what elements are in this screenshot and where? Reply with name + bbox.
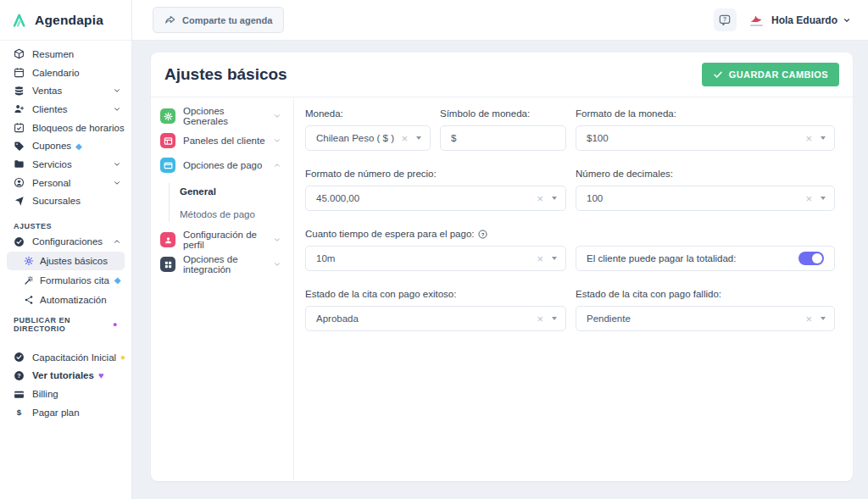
sidebar-item-calendario[interactable]: Calendario	[0, 64, 131, 82]
info-question-icon[interactable]: ?	[478, 230, 487, 239]
caret-down-icon[interactable]	[552, 197, 557, 200]
magic-wand-icon	[24, 275, 34, 286]
sidebar-item-label: Billing	[32, 389, 58, 399]
formato-moneda-select[interactable]: $100 ×	[576, 125, 835, 151]
field-label-pago-exitoso: Estado de la cita con pago exitoso:	[305, 289, 566, 299]
dollar-icon: $	[14, 407, 25, 418]
moneda-select[interactable]: Chilean Peso ( $ ) ×	[305, 125, 431, 151]
save-changes-button[interactable]: GUARDAR CAMBIOS	[702, 63, 839, 86]
subnav-child-general[interactable]: General	[170, 183, 293, 199]
credit-card-icon	[14, 389, 25, 400]
brand-logo[interactable]: Agendapia	[0, 0, 131, 41]
caret-down-icon[interactable]	[552, 317, 557, 320]
field-label-formato-precio: Formato de número de precio:	[305, 169, 566, 179]
clear-icon[interactable]: ×	[805, 193, 812, 204]
folder-icon	[14, 158, 25, 169]
sidebar-item-resumen[interactable]: Resumen	[0, 45, 131, 64]
clear-icon[interactable]: ×	[401, 133, 408, 144]
user-menu[interactable]: Hola Eduardo	[771, 14, 851, 26]
tiempo-espera-select[interactable]: 10m ×	[305, 246, 566, 271]
sidebar-item-label: Ajustes básicos	[40, 256, 108, 266]
sidebar-item-personal[interactable]: Personal	[0, 174, 131, 192]
sidebar-item-bloqueos[interactable]: Bloqueos de horarios	[0, 119, 131, 137]
estado-pago-exitoso-select[interactable]: Aprobada ×	[305, 306, 566, 331]
clear-icon[interactable]: ×	[537, 313, 543, 324]
subnav-paneles-cliente[interactable]: Paneles del cliente	[151, 130, 293, 152]
agendapia-logo-icon	[11, 12, 29, 28]
share-arrow-icon	[164, 14, 175, 25]
clear-icon[interactable]: ×	[805, 313, 812, 324]
chevron-down-icon	[113, 105, 121, 114]
pagar-totalidad-toggle[interactable]	[798, 252, 824, 265]
caret-down-icon[interactable]	[416, 136, 421, 140]
page-title: Ajustes básicos	[164, 65, 287, 84]
help-button[interactable]: ?	[714, 8, 737, 31]
chevron-down-icon	[113, 160, 121, 169]
field-label-totalidad: El cliente puede pagar la totalidad:	[587, 253, 736, 263]
subnav-opciones-generales[interactable]: Opciones Generales	[151, 105, 293, 127]
subnav-configuracion-perfil[interactable]: Configuración de perfil	[151, 229, 293, 251]
subnav-opciones-integracion[interactable]: Opciones de integración	[151, 253, 293, 275]
user-plus-icon	[14, 103, 25, 114]
sidebar-item-ventas[interactable]: Ventas	[0, 81, 131, 100]
formato-precio-select[interactable]: 45.000,00 ×	[305, 186, 566, 211]
chevron-down-icon	[113, 86, 121, 95]
chevron-down-icon	[273, 236, 281, 244]
check-circle-icon	[14, 352, 25, 363]
share-nodes-icon	[24, 295, 34, 305]
sidebar-item-ajustes-basicos[interactable]: Ajustes básicos	[7, 252, 125, 270]
send-icon	[14, 196, 25, 207]
clear-icon[interactable]: ×	[537, 193, 543, 204]
caret-down-icon[interactable]	[821, 317, 826, 320]
box-icon	[14, 48, 25, 59]
chevron-up-icon	[113, 237, 121, 246]
sidebar-item-sucursales[interactable]: Sucursales	[0, 192, 131, 211]
svg-text:$: $	[17, 408, 22, 417]
sidebar-item-label: Configuraciones	[32, 236, 103, 247]
sidebar-item-cupones[interactable]: Cupones ◆	[0, 136, 131, 155]
sidebar-item-label: Ver tutoriales	[32, 370, 94, 380]
sidebar-item-automatizacion[interactable]: Automatización	[7, 291, 125, 309]
clear-icon[interactable]: ×	[537, 253, 543, 264]
sidebar-item-billing[interactable]: Billing	[0, 385, 131, 403]
section-label-ajustes: AJUSTES	[0, 219, 131, 232]
panels-icon	[160, 133, 175, 148]
sidebar-item-configuraciones[interactable]: Configuraciones	[0, 232, 131, 251]
simbolo-moneda-input[interactable]	[440, 125, 566, 151]
sidebar-item-label: Calendario	[32, 68, 80, 78]
subnav-opciones-pago[interactable]: Opciones de pago	[151, 154, 293, 176]
premium-diamond-icon: ◆	[75, 141, 82, 151]
sidebar-item-servicios[interactable]: Servicios	[0, 155, 131, 174]
clear-icon[interactable]: ×	[805, 133, 812, 144]
chevron-down-icon	[113, 179, 121, 187]
gear-icon	[160, 108, 175, 124]
premium-diamond-icon: ◆	[114, 275, 121, 285]
field-label-formato-moneda: Formato de la moneda:	[576, 108, 835, 119]
field-label-espera: Cuanto tiempo de espera para el pago: ?	[305, 229, 566, 239]
settings-card: Ajustes básicos GUARDAR CAMBIOS Opciones…	[151, 53, 853, 481]
sidebar-item-pagar-plan[interactable]: $ Pagar plan	[0, 403, 131, 422]
red-bird-logo-icon	[749, 14, 764, 24]
sidebar-item-clientes[interactable]: Clientes	[0, 100, 131, 119]
sidebar-item-ver-tutoriales[interactable]: ? Ver tutoriales ♥	[0, 367, 131, 385]
chat-question-icon: ?	[718, 14, 732, 27]
sidebar-item-label: Servicios	[32, 159, 72, 169]
pagar-totalidad-setting: El cliente puede pagar la totalidad:	[576, 246, 835, 271]
section-label-publicar[interactable]: PUBLICAR EN DIRECTORIO ●	[0, 319, 131, 331]
settings-subnav: Opciones Generales Paneles del cliente O…	[151, 97, 294, 480]
field-label-moneda: Moneda:	[305, 108, 431, 119]
grid-icon	[160, 257, 175, 272]
sidebar-item-formularios-cita[interactable]: Formularios cita ◆	[7, 271, 125, 290]
svg-text:?: ?	[17, 373, 20, 379]
estado-pago-fallido-select[interactable]: Pendiente ×	[576, 306, 835, 331]
svg-text:?: ?	[723, 16, 726, 22]
sidebar-item-capacitacion[interactable]: Capacitación Inicial ●	[0, 348, 131, 367]
caret-down-icon[interactable]	[821, 197, 826, 200]
subnav-label: Paneles del cliente	[183, 136, 265, 146]
subnav-child-metodos-pago[interactable]: Métodos de pago	[170, 206, 293, 222]
caret-down-icon[interactable]	[821, 136, 826, 140]
share-agenda-button[interactable]: Comparte tu agenda	[153, 7, 284, 33]
caret-down-icon[interactable]	[552, 257, 557, 260]
sidebar-item-label: Pagar plan	[32, 408, 80, 418]
decimales-select[interactable]: 100 ×	[576, 186, 835, 211]
